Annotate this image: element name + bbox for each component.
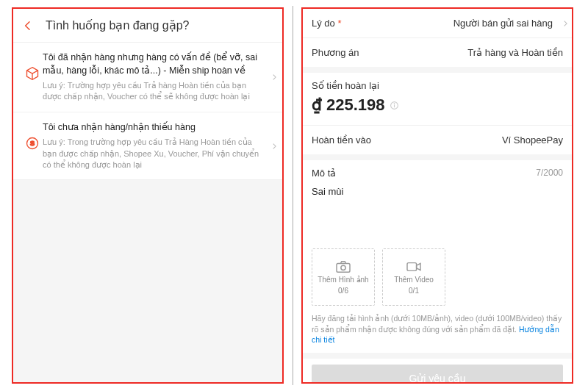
page-title: Tình huống bạn đang gặp? [40,18,273,32]
method-value: Trả hàng và Hoàn tiền [467,47,563,58]
upload-hint: Hãy đăng tải hình ảnh (dưới 10MB/ảnh), v… [303,313,572,353]
refund-to-value: Ví ShopeePay [502,134,563,146]
video-icon [406,260,422,273]
reason-label: Lý do * [312,18,341,29]
info-icon[interactable] [390,101,399,110]
svg-point-6 [341,265,345,270]
submit-area: Gửi yêu cầu [303,359,572,384]
method-label: Phương án [312,47,359,58]
chevron-right-icon [562,20,569,27]
description-header: Mô tả 7/2000 [312,168,563,179]
situation-item-received-problem[interactable]: Tôi đã nhận hàng nhưng hàng có vấn đề (b… [13,43,282,112]
refund-amount-block: Số tiền hoàn lại ₫225.198 [303,73,572,125]
reason-label-text: Lý do [312,18,335,29]
add-photo-button[interactable]: Thêm Hình ảnh 0/6 [312,248,375,306]
add-photo-count: 0/6 [338,287,348,295]
reason-value: Người bán gửi sai hàng [453,18,563,29]
row-reason[interactable]: Lý do * Người bán gửi sai hàng [303,9,572,38]
svg-rect-5 [337,263,350,272]
chevron-right-icon [270,73,278,81]
required-asterisk: * [335,18,342,29]
chevron-right-icon [270,143,278,150]
submit-button[interactable]: Gửi yêu cầu [312,365,563,384]
row-refund-to: Hoàn tiền vào Ví ShopeePay [303,125,572,154]
svg-point-4 [394,103,395,104]
list-item-note: Lưu ý: Trường hợp yêu cầu Trả hàng Hoàn … [43,80,263,103]
add-video-button[interactable]: Thêm Video 0/1 [382,248,445,306]
description-char-count: 7/2000 [536,168,563,179]
add-video-count: 0/1 [409,287,419,295]
header: Tình huống bạn đang gặp? [13,9,282,43]
panel-right-refund-form: Lý do * Người bán gửi sai hàng Phương án… [301,7,573,384]
add-photo-label: Thêm Hình ảnh [318,276,368,284]
back-icon[interactable] [22,20,40,32]
situation-list: Tôi đã nhận hàng nhưng hàng có vấn đề (b… [13,43,282,180]
refund-amount-number: 225.198 [326,96,385,115]
section-top: Lý do * Người bán gửi sai hàng Phương án… [303,9,572,67]
refund-to-label: Hoàn tiền vào [312,134,371,146]
list-item-body: Tôi đã nhận hàng nhưng hàng có vấn đề (b… [43,51,275,103]
list-item-title: Tôi chưa nhận hàng/nhận thiếu hàng [43,121,263,134]
section-description: Mô tả 7/2000 Sai mùi Thêm Hình ảnh 0/6 [303,160,572,353]
vertical-divider [293,6,293,385]
package-icon [22,66,43,81]
list-item-note: Lưu ý: Trong trường hợp yêu cầu Trả Hàng… [43,137,263,171]
row-method: Phương án Trả hàng và Hoàn tiền [303,38,572,67]
svg-rect-7 [407,262,417,270]
list-item-body: Tôi chưa nhận hàng/nhận thiếu hàng Lưu ý… [43,121,275,171]
refund-amount-label: Số tiền hoàn lại [312,80,563,91]
description-label: Mô tả [312,168,336,179]
section-refund-amount: Số tiền hoàn lại ₫225.198 Hoàn tiền vào … [303,73,572,154]
situation-item-not-received[interactable]: S Tôi chưa nhận hàng/nhận thiếu hàng Lưu… [13,112,282,181]
list-item-title: Tôi đã nhận hàng nhưng hàng có vấn đề (b… [43,51,263,77]
svg-text:S: S [30,140,35,147]
add-video-label: Thêm Video [394,276,434,284]
panel-left-situation: Tình huống bạn đang gặp? Tôi đã nhận hàn… [12,7,284,384]
description-block[interactable]: Mô tả 7/2000 Sai mùi [303,160,572,248]
money-icon: S [22,136,43,151]
currency-symbol: ₫ [312,96,322,115]
upload-row: Thêm Hình ảnh 0/6 Thêm Video 0/1 [303,248,572,313]
refund-amount-value: ₫225.198 [312,96,563,115]
camera-icon [335,260,351,273]
description-text: Sai mùi [312,186,563,197]
